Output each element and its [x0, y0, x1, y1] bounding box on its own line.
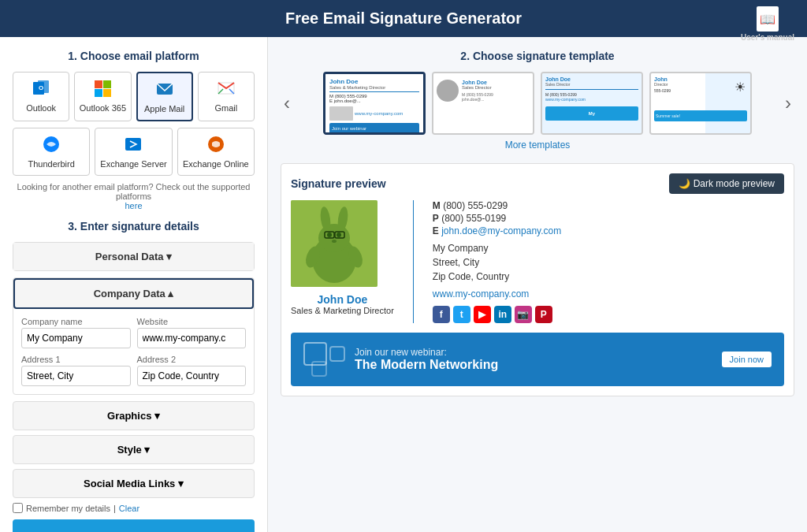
- personal-data-toggle[interactable]: Personal Data ▾: [13, 243, 254, 270]
- banner-join-button[interactable]: Join now: [722, 352, 772, 367]
- svg-rect-6: [103, 89, 111, 97]
- carousel-next[interactable]: ›: [782, 92, 794, 114]
- carousel-prev[interactable]: ‹: [281, 92, 293, 114]
- svg-rect-4: [103, 80, 111, 88]
- preview-header: Signature preview 🌙 Dark mode preview: [291, 173, 784, 194]
- twitter-icon[interactable]: t: [453, 306, 470, 323]
- template-carousel: ‹ John Doe Sales & Marketing Director M …: [281, 72, 794, 135]
- platform-exchangeonline[interactable]: Exchange Online: [177, 128, 255, 176]
- platform-outlook365[interactable]: Outlook 365: [74, 72, 131, 121]
- exchangeonline-icon: [181, 135, 251, 158]
- manual-button[interactable]: 📖 User's manual: [741, 6, 794, 42]
- address1-label: Address 1: [21, 355, 131, 364]
- email-line: E john.doe@my-company.com: [433, 225, 784, 236]
- template-card-2[interactable]: John Doe Sales Director M (800) 555-0299…: [432, 72, 534, 135]
- dark-mode-button[interactable]: 🌙 Dark mode preview: [669, 173, 784, 194]
- banner-decoration: [303, 342, 345, 377]
- template-section-title: 2. Choose signature template: [281, 50, 794, 62]
- company-name-label: Company name: [21, 317, 131, 326]
- remember-label: Remember my details: [26, 504, 110, 513]
- svg-point-19: [327, 233, 332, 237]
- instagram-icon[interactable]: 📷: [515, 306, 532, 323]
- svg-rect-12: [125, 138, 141, 151]
- website-input[interactable]: [137, 328, 247, 348]
- manual-label: User's manual: [741, 33, 794, 42]
- preview-job-title: Sales & Marketing Director: [291, 306, 394, 315]
- preview-banner: Join our new webinar: The Modern Network…: [291, 333, 784, 386]
- platform-note-link[interactable]: here: [125, 201, 142, 210]
- exchangeonline-label: Exchange Online: [183, 159, 249, 169]
- platform-note: Looking for another email platform? Chec…: [13, 182, 255, 210]
- details-section-title: 3. Enter signature details: [13, 220, 255, 233]
- preview-contact-info: M (800) 555-0299 P (800) 555-0199 E john…: [433, 200, 784, 323]
- social-media-toggle[interactable]: Social Media Links ▾: [13, 469, 255, 498]
- more-templates-link[interactable]: More templates: [281, 140, 794, 151]
- gmail-icon: [202, 79, 251, 102]
- page-header: Free Email Signature Generator 📖 User's …: [0, 0, 807, 37]
- platform-outlook[interactable]: O Outlook: [13, 72, 69, 121]
- moon-icon: 🌙: [679, 178, 690, 189]
- address1-field: Address 1: [21, 355, 131, 386]
- platform-exchange[interactable]: Exchange Server: [95, 128, 172, 176]
- banner-text: Join our new webinar: The Modern Network…: [355, 347, 712, 372]
- page-title: Free Email Signature Generator: [285, 9, 522, 27]
- company-data-fields: Company name Website Address 1 Address 2: [13, 309, 254, 394]
- banner-big-text: The Modern Networking: [355, 358, 712, 372]
- gmail-label: Gmail: [215, 103, 238, 113]
- outlook-label: Outlook: [26, 103, 56, 113]
- outlook365-icon: [78, 79, 127, 102]
- platform-section-title: 1. Choose email platform: [13, 50, 255, 62]
- thunderbird-label: Thunderbird: [28, 159, 75, 169]
- personal-data-section: Personal Data ▾: [13, 242, 255, 271]
- graphics-toggle[interactable]: Graphics ▾: [13, 401, 255, 430]
- website-label: Website: [137, 317, 247, 326]
- pinterest-icon[interactable]: P: [535, 306, 552, 323]
- platform-gmail[interactable]: Gmail: [198, 72, 255, 121]
- platform-thunderbird[interactable]: Thunderbird: [13, 128, 90, 176]
- manual-icon: 📖: [757, 6, 779, 32]
- youtube-icon[interactable]: ▶: [474, 306, 491, 323]
- preview-area: John Doe Sales & Marketing Director M (8…: [291, 200, 784, 323]
- linkedin-icon[interactable]: in: [494, 306, 511, 323]
- apply-button[interactable]: 4. Apply your signature ▸: [13, 519, 255, 532]
- applemail-icon: [141, 80, 188, 102]
- exchange-icon: [99, 135, 168, 158]
- left-panel: 1. Choose email platform O Outlook Outlo…: [0, 37, 268, 532]
- svg-rect-5: [95, 89, 102, 97]
- company-data-toggle[interactable]: Company Data ▴: [13, 278, 254, 309]
- style-toggle[interactable]: Style ▾: [13, 435, 255, 464]
- preview-photo: [291, 200, 377, 287]
- remember-checkbox[interactable]: [13, 503, 23, 513]
- address1-input[interactable]: [21, 366, 131, 386]
- platform-grid-row2: Thunderbird Exchange Server Exchange Onl…: [13, 128, 255, 176]
- outlook-icon: O: [17, 79, 65, 102]
- preview-divider: [413, 200, 414, 323]
- phone-line: P (800) 555-0199: [433, 213, 784, 224]
- social-icons-row: f t ▶ in 📷 P: [433, 306, 784, 323]
- applemail-label: Apple Mail: [144, 104, 184, 113]
- company-website: www.my-company.com: [433, 288, 784, 299]
- company-name-input[interactable]: [21, 328, 131, 348]
- address2-field: Address 2: [137, 355, 247, 386]
- platform-applemail[interactable]: Apple Mail: [136, 72, 193, 121]
- signature-preview-container: Signature preview 🌙 Dark mode preview: [281, 163, 794, 396]
- right-panel: 2. Choose signature template ‹ John Doe …: [268, 37, 807, 532]
- preview-left-col: John Doe Sales & Marketing Director: [291, 200, 394, 323]
- platform-grid-row1: O Outlook Outlook 365 Apple Mail: [13, 72, 255, 121]
- company-data-section: Company Data ▴ Company name Website Addr…: [13, 277, 255, 395]
- remember-row: Remember my details | Clear: [13, 503, 255, 513]
- mobile-line: M (800) 555-0299: [433, 200, 784, 211]
- website-field: Website: [137, 317, 247, 348]
- clear-link[interactable]: Clear: [119, 504, 139, 513]
- svg-point-20: [337, 233, 341, 237]
- address2-input[interactable]: [137, 366, 247, 386]
- template-card-3[interactable]: John Doe Sales Director M (800) 555-0299…: [541, 72, 643, 135]
- preview-name-area: John Doe Sales & Marketing Director: [291, 293, 394, 315]
- outlook365-label: Outlook 365: [80, 103, 126, 113]
- svg-rect-3: [95, 80, 102, 88]
- template-card-4[interactable]: John Director 555-0299 ☀ Summer sale!: [649, 72, 752, 135]
- facebook-icon[interactable]: f: [433, 306, 450, 323]
- address2-label: Address 2: [137, 355, 247, 364]
- thunderbird-icon: [17, 135, 86, 158]
- template-card-1[interactable]: John Doe Sales & Marketing Director M (8…: [323, 72, 426, 135]
